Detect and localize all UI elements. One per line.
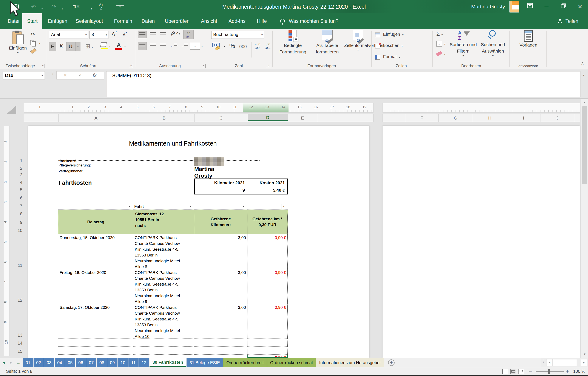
tab-daten[interactable]: Daten bbox=[137, 13, 159, 29]
column-header-f[interactable]: F bbox=[405, 114, 439, 122]
sheet-tab-02[interactable]: 02 bbox=[33, 358, 44, 367]
find-select-button[interactable]: Suchen und Auswählen▾ bbox=[479, 30, 507, 57]
view-page-layout-icon[interactable] bbox=[510, 369, 516, 374]
hscroll-right-icon[interactable]: ► bbox=[581, 359, 587, 366]
font-name-combobox[interactable]: Arial▾ bbox=[49, 31, 88, 39]
cell-date[interactable]: Freitag, 16. Oktober 2020 bbox=[58, 269, 133, 304]
holder-label[interactable]: Vertraginhaber: bbox=[59, 169, 84, 173]
accounting-format-icon[interactable] bbox=[212, 42, 221, 50]
italic-button[interactable]: K bbox=[58, 42, 65, 51]
row-header[interactable]: 8 bbox=[13, 211, 22, 216]
cell-destination[interactable]: CONTIPARK Parkhaus Charité Campus Vircho… bbox=[133, 269, 194, 304]
format-painter-icon[interactable] bbox=[31, 50, 36, 53]
align-center-button[interactable] bbox=[148, 42, 157, 50]
summary-cost-header[interactable]: Kosten 2021 bbox=[260, 180, 285, 185]
row-header[interactable]: 12 bbox=[13, 298, 22, 303]
font-size-combobox[interactable]: 8▾ bbox=[90, 31, 108, 39]
wrap-text-button[interactable]: abc↵ bbox=[183, 30, 194, 39]
increase-decimal-icon[interactable]: ←,0 ,00 bbox=[254, 42, 260, 50]
accounting-dropdown-icon[interactable]: ▾ bbox=[224, 45, 225, 48]
view-page-break-icon[interactable] bbox=[518, 369, 524, 374]
column-header-h[interactable]: H bbox=[473, 114, 507, 122]
share-button[interactable]: Teilen bbox=[553, 13, 583, 29]
formula-bar-splitter[interactable]: ⋮ bbox=[51, 72, 55, 74]
sheet-tab-ordnerruecken-breit[interactable]: Ordnerrrücken breit bbox=[223, 358, 267, 367]
sheet-tab-30-fahrtkosten[interactable]: 30 Fahrtkosten bbox=[149, 358, 187, 367]
confirm-entry-icon[interactable]: ✓ bbox=[79, 73, 82, 78]
orientation-icon[interactable]: ab↗▾ bbox=[170, 31, 180, 38]
close-button[interactable]: ✕ bbox=[573, 0, 588, 13]
underline-button[interactable]: U bbox=[66, 42, 75, 51]
alignment-dialog-launcher[interactable]: ↘ bbox=[202, 64, 206, 68]
cell-styles-button[interactable]: Zellenformatvorlagen ▾ bbox=[344, 30, 372, 52]
fill-color-icon[interactable] bbox=[101, 42, 108, 49]
sheet-tab-08[interactable]: 08 bbox=[97, 358, 107, 367]
percent-style-icon[interactable]: % bbox=[229, 42, 235, 50]
conditional-formatting-button[interactable]: ≠ Bedingte Formatierung bbox=[277, 30, 309, 55]
column-header-c[interactable]: C bbox=[194, 114, 248, 122]
new-sheet-icon[interactable]: + bbox=[388, 359, 395, 366]
increase-font-size-icon[interactable]: A▲ bbox=[111, 31, 115, 38]
row-header[interactable]: 7 bbox=[13, 203, 22, 208]
sheet-tab-01[interactable]: 01 bbox=[23, 358, 33, 367]
cell-km[interactable]: 3,00 bbox=[194, 234, 247, 269]
sheet-nav-left-icon[interactable]: ◄ bbox=[0, 358, 7, 367]
format-cells-button[interactable]: Format▾ bbox=[375, 54, 400, 60]
font-color-icon[interactable]: A bbox=[115, 42, 122, 50]
cell-destination[interactable]: CONTIPARK Parkhaus Charité Campus Vircho… bbox=[133, 304, 194, 339]
summary-cost-value[interactable]: 5,40 € bbox=[273, 188, 285, 193]
header-gefahrene-km-eur[interactable]: Gefahrene km * 0,30 EUR bbox=[247, 210, 288, 234]
account-user-name[interactable]: Martina Grosty bbox=[471, 0, 505, 13]
cell-date[interactable]: Samstag, 17. Oktober 2020 bbox=[58, 304, 133, 339]
tab-seitenlayout[interactable]: Seitenlayout bbox=[71, 13, 108, 29]
zoom-in-icon[interactable]: + bbox=[566, 368, 569, 374]
insert-cells-button[interactable]: Einfügen▾ bbox=[375, 32, 403, 37]
column-header-g[interactable]: G bbox=[439, 114, 473, 122]
formula-input[interactable]: =SUMME(D11:D13) bbox=[106, 71, 580, 97]
row-header[interactable]: 9 bbox=[13, 220, 22, 225]
number-format-combobox[interactable]: Buchhaltung▾ bbox=[211, 31, 264, 39]
cancel-entry-icon[interactable]: ✕ bbox=[63, 73, 67, 78]
account-avatar[interactable] bbox=[509, 1, 519, 12]
sheet-tab-10[interactable]: 10 bbox=[118, 358, 128, 367]
row-header[interactable]: 6 bbox=[13, 196, 22, 200]
cell-cost[interactable]: 0,90 € bbox=[247, 304, 288, 339]
column-header-e[interactable]: E bbox=[288, 114, 317, 122]
vertical-scrollbar-thumb[interactable] bbox=[582, 106, 587, 184]
row-header[interactable]: 3 bbox=[13, 173, 22, 177]
vorlagen-button[interactable]: Vorlagen bbox=[513, 30, 544, 48]
tab-einfuegen[interactable]: Einfügen bbox=[43, 13, 72, 29]
cell-cost[interactable]: 0,90 € bbox=[247, 269, 288, 304]
header-reisetag[interactable]: Reisetag bbox=[58, 210, 133, 234]
active-cell-d16[interactable]: 2,70 € bbox=[247, 355, 288, 358]
sheet-tab-informationen[interactable]: Informationen zum Herausgeber bbox=[316, 358, 384, 367]
sheet-tab-07[interactable]: 07 bbox=[86, 358, 97, 367]
merge-center-icon[interactable]: ↔ bbox=[190, 43, 200, 50]
name-box[interactable]: D16 ▾ bbox=[3, 71, 45, 79]
hscroll-left-icon[interactable]: ◄ bbox=[546, 359, 553, 366]
row-header[interactable]: 14 bbox=[13, 341, 22, 346]
minimize-button[interactable]: ─ bbox=[539, 0, 554, 13]
sheet-tab-09[interactable]: 09 bbox=[107, 358, 118, 367]
tab-formeln[interactable]: Formeln bbox=[109, 13, 137, 29]
row-header[interactable]: 5 bbox=[13, 187, 22, 192]
restore-button[interactable] bbox=[556, 0, 571, 13]
align-right-button[interactable] bbox=[159, 42, 167, 50]
sheet-tab-ordnerruecken-schmal[interactable]: Ordnerrrücken schmal bbox=[267, 358, 316, 367]
column-header-b[interactable]: B bbox=[134, 114, 194, 122]
align-left-button[interactable] bbox=[138, 42, 147, 50]
cell-cost[interactable]: 0,90 € bbox=[247, 234, 288, 269]
clipboard-dialog-launcher[interactable]: ↘ bbox=[41, 64, 45, 68]
select-all-corner[interactable] bbox=[6, 106, 16, 114]
zoom-out-icon[interactable]: − bbox=[529, 368, 532, 374]
section-title[interactable]: Fahrtkosten bbox=[59, 180, 92, 186]
vertical-scrollbar[interactable]: ▲ ▼ bbox=[581, 99, 588, 358]
copy-dropdown-icon[interactable]: ▾ bbox=[39, 42, 41, 45]
view-normal-icon[interactable] bbox=[502, 369, 508, 374]
tab-start[interactable]: Start bbox=[22, 13, 42, 29]
row-header[interactable]: 15 bbox=[13, 349, 22, 354]
tell-me-search[interactable]: Was möchten Sie tun? bbox=[275, 13, 343, 29]
scroll-up-icon[interactable]: ▲ bbox=[581, 99, 588, 106]
zoom-level[interactable]: 100 % bbox=[573, 369, 585, 374]
decrease-decimal-icon[interactable]: ,00 ,0→ bbox=[265, 42, 271, 50]
